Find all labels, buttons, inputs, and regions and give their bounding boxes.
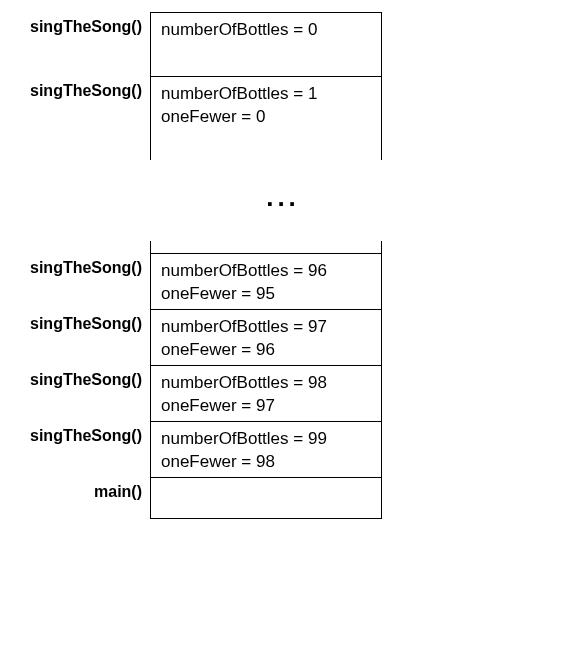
var-line: numberOfBottles = 96: [161, 260, 371, 283]
stack-frame: singTheSong() numberOfBottles = 96 oneFe…: [0, 253, 382, 309]
ellipsis-icon: ...: [0, 182, 566, 213]
stack-frame: singTheSong() numberOfBottles = 1 oneFew…: [0, 76, 382, 140]
stack-continuation: [150, 140, 382, 160]
frame-function-label: singTheSong(): [0, 309, 150, 333]
frame-variables-box: numberOfBottles = 0: [150, 12, 382, 76]
var-line: numberOfBottles = 97: [161, 316, 371, 339]
stack-bottom-block: singTheSong() numberOfBottles = 96 oneFe…: [0, 241, 382, 519]
var-line: oneFewer = 95: [161, 283, 371, 306]
stack-frame-main: main(): [0, 477, 382, 519]
stack-frame: singTheSong() numberOfBottles = 99 oneFe…: [0, 421, 382, 477]
frame-variables-box: numberOfBottles = 97 oneFewer = 96: [150, 309, 382, 365]
frame-function-label: singTheSong(): [0, 253, 150, 277]
var-line: numberOfBottles = 98: [161, 372, 371, 395]
frame-variables-box: numberOfBottles = 98 oneFewer = 97: [150, 365, 382, 421]
frame-variables-box: numberOfBottles = 96 oneFewer = 95: [150, 253, 382, 309]
frame-function-label: singTheSong(): [0, 12, 150, 36]
frame-variables-box: numberOfBottles = 99 oneFewer = 98: [150, 421, 382, 477]
frame-variables-box: numberOfBottles = 1 oneFewer = 0: [150, 76, 382, 140]
frame-function-label: singTheSong(): [0, 421, 150, 445]
frame-function-label: singTheSong(): [0, 76, 150, 100]
var-line: oneFewer = 97: [161, 395, 371, 418]
stack-frame: singTheSong() numberOfBottles = 97 oneFe…: [0, 309, 382, 365]
frame-function-label: main(): [0, 477, 150, 501]
stack-top-block: singTheSong() numberOfBottles = 0 singTh…: [0, 12, 382, 160]
var-line: oneFewer = 96: [161, 339, 371, 362]
var-line: oneFewer = 98: [161, 451, 371, 474]
var-line: oneFewer = 0: [161, 106, 371, 129]
stack-frame: singTheSong() numberOfBottles = 0: [0, 12, 382, 76]
stack-continuation: [150, 241, 382, 253]
var-line: numberOfBottles = 1: [161, 83, 371, 106]
var-line: numberOfBottles = 99: [161, 428, 371, 451]
var-line: numberOfBottles = 0: [161, 19, 371, 42]
frame-function-label: singTheSong(): [0, 365, 150, 389]
frame-variables-box: [150, 477, 382, 519]
stack-frame: singTheSong() numberOfBottles = 98 oneFe…: [0, 365, 382, 421]
